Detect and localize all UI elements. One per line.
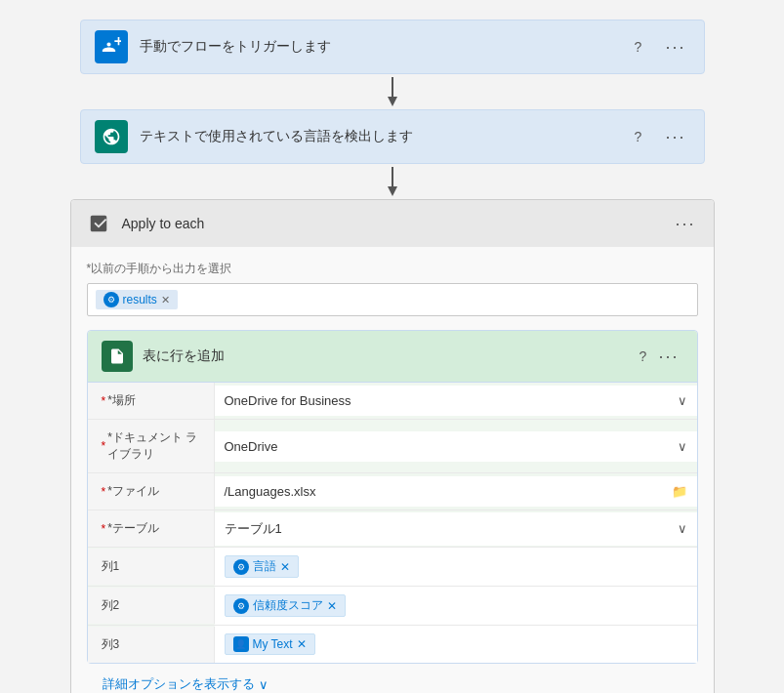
arrow-2 xyxy=(386,164,399,199)
detect-icon xyxy=(95,120,128,153)
col1-token-text: 言語 xyxy=(253,558,276,575)
svg-marker-1 xyxy=(388,97,397,106)
detect-actions: ? ··· xyxy=(626,125,689,148)
col3-token-close[interactable]: ✕ xyxy=(297,637,307,651)
apply-each-header: Apply to each ··· xyxy=(71,200,714,247)
output-field-label: *以前の手順から出力を選択 xyxy=(87,261,698,277)
file-browse-icon[interactable]: 📁 xyxy=(672,484,687,499)
results-token: ⚙ results ✕ xyxy=(96,290,178,309)
apply-each-container: Apply to each ··· *以前の手順から出力を選択 ⚙ result… xyxy=(70,199,715,693)
field-table-value[interactable]: テーブル1 ∨ xyxy=(215,512,697,546)
col1-token-close[interactable]: ✕ xyxy=(280,560,290,574)
field-table-label: **テーブル xyxy=(88,510,215,547)
trigger-menu-button[interactable]: ··· xyxy=(661,37,689,58)
inner-card: X 表に行を追加 ? ··· **場所 OneDrive for Busi xyxy=(87,330,698,664)
chevron-down-icon: ∨ xyxy=(259,677,268,692)
detect-help-button[interactable]: ? xyxy=(626,125,649,148)
svg-marker-3 xyxy=(388,186,397,196)
field-location-label: **場所 xyxy=(88,383,215,419)
col3-token: 👤 My Text ✕ xyxy=(225,633,315,655)
field-col2: 列2 ⚙ 信頼度スコア ✕ xyxy=(88,587,697,626)
results-token-text: results xyxy=(123,293,157,306)
col2-token-icon: ⚙ xyxy=(233,598,249,614)
field-file: **ファイル /Languages.xlsx 📁 xyxy=(88,473,697,510)
apply-each-icon xyxy=(85,210,112,237)
field-col1-label: 列1 xyxy=(88,549,215,585)
detail-options-text: 詳細オプションを表示する xyxy=(103,675,255,693)
library-dropdown-arrow: ∨ xyxy=(678,439,687,454)
excel-icon: X xyxy=(102,341,133,372)
trigger-icon xyxy=(95,30,128,63)
field-library-label: **ドキュメント ライブラリ xyxy=(88,420,215,472)
field-library-value[interactable]: OneDrive ∨ xyxy=(215,431,697,462)
trigger-actions: ? ··· xyxy=(626,35,689,59)
inner-card-title: 表に行を追加 xyxy=(143,347,632,365)
col1-token-icon: ⚙ xyxy=(233,559,249,575)
col1-token: ⚙ 言語 ✕ xyxy=(225,555,299,578)
field-file-label: **ファイル xyxy=(88,473,215,510)
apply-each-title: Apply to each xyxy=(122,216,672,231)
results-token-icon: ⚙ xyxy=(103,292,119,307)
field-col1: 列1 ⚙ 言語 ✕ xyxy=(88,548,697,587)
apply-each-menu-button[interactable]: ··· xyxy=(671,214,699,234)
trigger-step: 手動でフローをトリガーします ? ··· xyxy=(80,20,705,74)
arrow-1 xyxy=(386,74,399,109)
field-col3-value[interactable]: 👤 My Text ✕ xyxy=(215,626,697,663)
trigger-title: 手動でフローをトリガーします xyxy=(140,38,627,56)
flow-container: 手動でフローをトリガーします ? ··· テキストで使用されている言語を検出しま… xyxy=(20,20,764,693)
inner-card-header: X 表に行を追加 ? ··· xyxy=(88,331,697,383)
col2-token-text: 信頼度スコア xyxy=(253,597,323,614)
col3-token-text: My Text xyxy=(253,637,293,651)
field-location-value[interactable]: OneDrive for Business ∨ xyxy=(215,386,697,416)
detect-language-step: テキストで使用されている言語を検出します ? ··· xyxy=(80,109,705,164)
detect-title: テキストで使用されている言語を検出します xyxy=(140,128,627,145)
inner-card-help-button[interactable]: ? xyxy=(631,345,654,368)
detail-options[interactable]: 詳細オプションを表示する ∨ xyxy=(87,664,698,693)
trigger-help-button[interactable]: ? xyxy=(626,35,649,59)
field-file-value[interactable]: /Languages.xlsx 📁 xyxy=(215,476,697,507)
field-library: **ドキュメント ライブラリ OneDrive ∨ xyxy=(88,420,697,473)
col2-token: ⚙ 信頼度スコア ✕ xyxy=(225,594,346,617)
field-col1-value[interactable]: ⚙ 言語 ✕ xyxy=(215,548,697,586)
detect-menu-button[interactable]: ··· xyxy=(661,127,689,147)
table-dropdown-arrow: ∨ xyxy=(678,521,687,536)
apply-each-body: *以前の手順から出力を選択 ⚙ results ✕ X xyxy=(71,247,714,693)
field-col2-value[interactable]: ⚙ 信頼度スコア ✕ xyxy=(215,587,697,625)
results-token-field[interactable]: ⚙ results ✕ xyxy=(87,283,698,316)
col3-token-icon: 👤 xyxy=(233,636,249,652)
field-table: **テーブル テーブル1 ∨ xyxy=(88,510,697,548)
field-location: **場所 OneDrive for Business ∨ xyxy=(88,383,697,420)
inner-card-menu-button[interactable]: ··· xyxy=(654,346,682,367)
col2-token-close[interactable]: ✕ xyxy=(327,599,337,613)
location-dropdown-arrow: ∨ xyxy=(678,393,687,408)
field-col3-label: 列3 xyxy=(88,627,215,663)
svg-text:X: X xyxy=(111,356,115,362)
results-token-close[interactable]: ✕ xyxy=(161,294,170,306)
field-col2-label: 列2 xyxy=(88,588,215,624)
field-col3: 列3 👤 My Text ✕ xyxy=(88,626,697,663)
inner-card-body: **場所 OneDrive for Business ∨ **ドキュメント ライ… xyxy=(88,383,697,663)
